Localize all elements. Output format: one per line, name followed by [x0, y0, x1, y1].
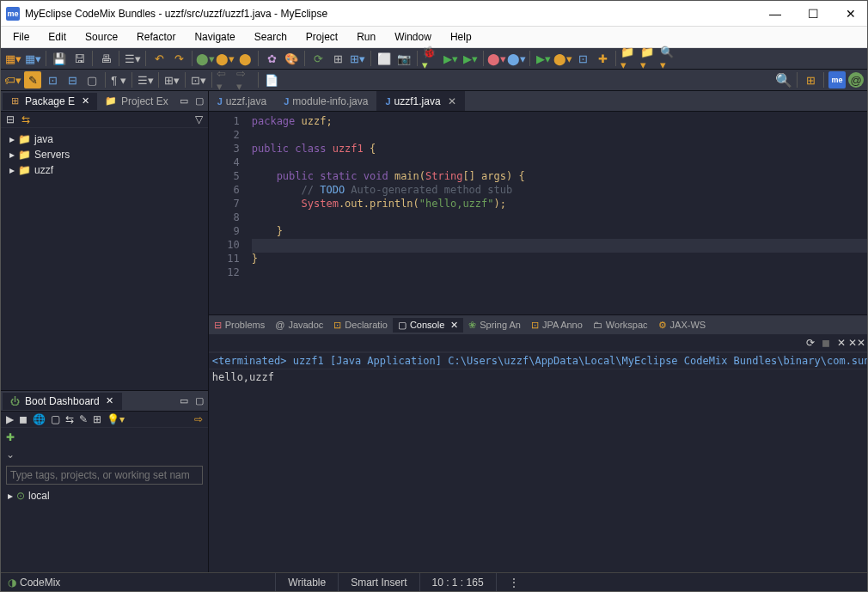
status-insert[interactable]: Smart Insert [338, 573, 419, 591]
toggle-icon[interactable]: ☰▾ [124, 50, 141, 67]
print-icon[interactable]: 🖶 [97, 50, 114, 67]
folder-icon[interactable]: 📁▾ [620, 50, 638, 67]
menu-edit[interactable]: Edit [40, 28, 75, 46]
paragraph-icon[interactable]: ¶ ▾ [110, 71, 127, 88]
bulb-icon[interactable]: 💡▾ [107, 413, 125, 425]
new-icon[interactable]: ▦▾ [4, 50, 21, 67]
menu-navigate[interactable]: Navigate [186, 28, 243, 46]
myeclipse-icon[interactable]: me [828, 71, 846, 88]
tag-icon[interactable]: 🏷▾ [4, 71, 21, 88]
close-button[interactable]: ✕ [840, 4, 862, 23]
coverage-icon[interactable]: ▶▾ [462, 50, 479, 67]
maximize-view-icon[interactable]: ▢ [193, 95, 206, 108]
play-icon[interactable]: ▶▾ [535, 50, 552, 67]
close-icon[interactable]: ✕ [103, 394, 117, 408]
stop-dash-icon[interactable]: ◼ [19, 413, 28, 425]
filter-icon[interactable]: 📁▾ [640, 50, 657, 67]
menu-help[interactable]: Help [442, 28, 480, 46]
editor-tab-uzzf1[interactable]: J uzzf1.java ✕ [376, 91, 464, 111]
collapse-all-icon[interactable]: ⊟ [6, 113, 15, 125]
tab-declaration[interactable]: ⊡Declaratio [328, 318, 393, 333]
browser-icon[interactable]: 🌐 [33, 413, 46, 425]
console-output[interactable]: hello,uzzf [209, 369, 867, 572]
edit-dash-icon[interactable]: ✎ [79, 413, 88, 425]
tab-boot-dashboard[interactable]: ⏻ Boot Dashboard ✕ [3, 393, 122, 410]
editor-tab-uzzf[interactable]: J uzzf.java [209, 91, 275, 111]
tab-javadoc[interactable]: @Javadoc [270, 318, 328, 332]
palette-icon[interactable]: 🎨 [283, 50, 300, 67]
view-menu-icon[interactable]: ⇨ [194, 413, 203, 425]
package-explorer-tree[interactable]: ▸ 📁 java ▸ 📁 Servers ▸ 📁 uzzf [1, 128, 208, 390]
bug-icon[interactable]: 🐞▾ [422, 50, 439, 67]
console-dash-icon[interactable]: ▢ [51, 413, 60, 425]
editor-tab-module-info[interactable]: J module-info.java [275, 91, 376, 111]
redo-icon[interactable]: ↷ [170, 50, 187, 67]
save-icon[interactable]: 💾 [51, 50, 68, 67]
layout-icon[interactable]: ⊞▾ [349, 50, 366, 67]
tab-workspace[interactable]: 🗀Workspac [588, 318, 653, 332]
save-all-icon[interactable]: 🖫 [70, 50, 88, 67]
stop-process-icon[interactable]: ◼ [819, 336, 833, 350]
wrap-icon[interactable]: ⊡ [574, 50, 591, 67]
highlight-icon[interactable]: ✎ [24, 71, 41, 88]
tab-package-explorer[interactable]: ⊞ Package E ✕ [3, 93, 97, 110]
remove-all-icon[interactable]: ✕✕ [850, 336, 864, 350]
run-dash-icon[interactable]: ▶ [6, 413, 14, 425]
refresh-icon[interactable]: ⟳ [309, 50, 327, 67]
grid-dash-icon[interactable]: ⊞ [93, 413, 101, 425]
editor-body[interactable]: 1 2 3 4 5 6 7 8 9 10 11 12 package uzzf;… [209, 112, 867, 314]
search-icon[interactable]: 🔍▾ [660, 50, 677, 67]
run-last-icon[interactable]: ⬤▾ [217, 50, 234, 67]
menu-file[interactable]: File [4, 28, 38, 46]
menu-window[interactable]: Window [386, 28, 440, 46]
minimize-view-icon[interactable]: ▭ [177, 394, 191, 408]
navigate-icon[interactable]: ⬜ [376, 50, 393, 67]
camera-icon[interactable]: 📷 [395, 50, 413, 67]
tab-project-explorer[interactable]: 📁 Project Ex [99, 93, 174, 110]
menu-project[interactable]: Project [297, 28, 346, 46]
forward-icon[interactable]: ⇨ ▾ [236, 71, 254, 88]
terminal-icon[interactable]: ▢ [83, 71, 101, 88]
view-menu-icon[interactable]: ▽ [195, 113, 203, 125]
link-editor-icon[interactable]: ⇆ [21, 113, 30, 125]
deploy-icon[interactable]: ⬤▾ [488, 50, 505, 67]
list-icon[interactable]: ☰▾ [137, 71, 154, 88]
menu-refactor[interactable]: Refactor [128, 28, 184, 46]
tab-jaxws[interactable]: ⚙JAX-WS [653, 318, 712, 333]
collapse-icon[interactable]: ⊡ [44, 71, 61, 88]
tab-problems[interactable]: ⊟Problems [209, 318, 270, 333]
add-boot-icon[interactable]: ✚ [6, 431, 15, 443]
quick-search-icon[interactable]: 🔍 [775, 71, 792, 88]
menu-search[interactable]: Search [246, 28, 296, 46]
tab-spring[interactable]: ❀Spring An [463, 318, 526, 333]
tab-console[interactable]: ▢Console✕ [393, 318, 463, 333]
home-icon[interactable]: 📄 [263, 71, 280, 88]
build-icon[interactable]: ✿ [263, 50, 280, 67]
maximize-view-icon[interactable]: ▢ [193, 394, 206, 408]
grid-icon[interactable]: ⊞▾ [163, 71, 180, 88]
add-icon[interactable]: ✚ [594, 50, 611, 67]
codemix-icon[interactable]: @ [848, 72, 864, 88]
status-position[interactable]: 10 : 1 : 165 [419, 573, 496, 591]
perspective-java-icon[interactable]: ⊞ [802, 71, 819, 88]
status-menu[interactable]: ⋮ [496, 573, 531, 591]
refresh-dash-icon[interactable]: ⇆ [65, 413, 74, 425]
close-icon[interactable]: ✕ [78, 95, 92, 108]
refresh-console-icon[interactable]: ⟳ [804, 336, 817, 350]
boot-item-local[interactable]: ▸ ⊙ local [1, 488, 208, 504]
tab-jpa[interactable]: ⊡JPA Anno [526, 318, 588, 333]
status-writable[interactable]: Writable [275, 573, 338, 591]
back-icon[interactable]: ⇦ ▾ [217, 71, 234, 88]
close-icon[interactable]: ✕ [450, 320, 458, 331]
format-icon[interactable]: ⊞ [329, 50, 346, 67]
minimize-view-icon[interactable]: ▭ [177, 95, 191, 108]
new-project-icon[interactable]: ▦▾ [24, 50, 41, 67]
boot-collapse-arrow[interactable]: ⌄ [1, 447, 208, 462]
task-icon[interactable]: ⊡▾ [190, 71, 207, 88]
close-tab-icon[interactable]: ✕ [448, 95, 456, 107]
debug-last-icon[interactable]: ⬤▾ [197, 50, 214, 67]
minimize-button[interactable]: — [764, 4, 786, 23]
tree-item-uzzf[interactable]: ▸ 📁 uzzf [3, 162, 206, 178]
boot-filter-input[interactable] [6, 466, 203, 485]
stop-icon[interactable]: ⬤ [236, 50, 254, 67]
